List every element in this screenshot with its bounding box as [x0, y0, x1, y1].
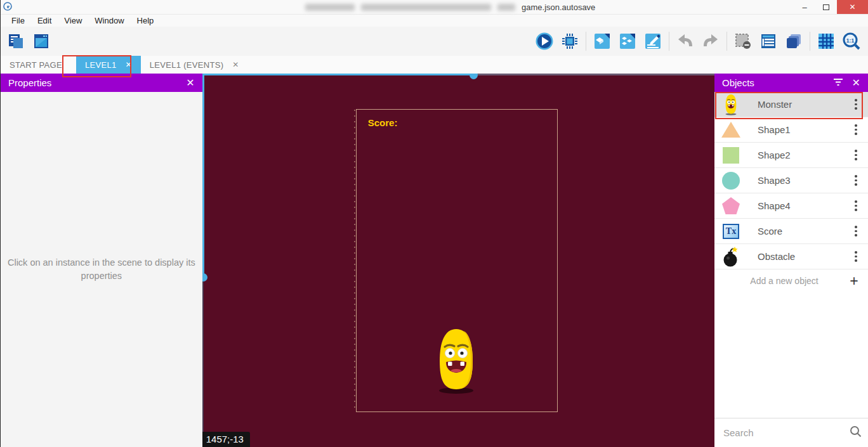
object-menu-kebab-icon[interactable] [844, 226, 868, 236]
object-row-shape2[interactable]: Shape2 [714, 143, 868, 168]
objects-close-icon[interactable]: ✕ [852, 77, 860, 89]
redacted-path-segment [497, 4, 515, 11]
menu-view[interactable]: View [58, 15, 88, 27]
bomb-icon [714, 247, 747, 267]
text-object-icon: Tx [714, 224, 747, 239]
layers-icon[interactable] [784, 32, 803, 51]
object-menu-kebab-icon[interactable] [844, 251, 868, 262]
properties-panel-title: Properties [8, 77, 177, 88]
object-row-score[interactable]: Tx Score [714, 219, 868, 244]
instances-list-icon[interactable] [759, 32, 778, 51]
app-logo-icon [1, 2, 15, 13]
zoom-1-1-icon[interactable]: 1:1 [842, 32, 861, 51]
score-text-object[interactable]: Score: [368, 117, 398, 128]
gdevelop-window: game.json.autosave – ✕ File Edit View Wi… [0, 0, 868, 447]
objects-panel: Objects ✕ Monster Shape1 Shap [714, 74, 868, 447]
scene-resize-handle-left[interactable] [202, 273, 207, 282]
properties-panel: Properties ✕ Click on an instance in the… [1, 74, 202, 447]
restore-button[interactable] [815, 0, 837, 14]
toolbar-divider [727, 32, 727, 51]
object-menu-kebab-icon[interactable] [844, 99, 868, 110]
minimize-button[interactable]: – [794, 0, 815, 14]
objects-panel-spacer [714, 292, 868, 418]
toolbar-divider [586, 32, 586, 51]
title-bar: game.json.autosave – ✕ [1, 0, 868, 14]
add-new-object-button[interactable]: Add a new object + [714, 269, 868, 292]
menu-edit[interactable]: Edit [32, 15, 57, 27]
object-row-obstacle[interactable]: Obstacle [714, 244, 868, 269]
toolbar-divider [810, 32, 810, 51]
objects-search-bar [714, 418, 868, 447]
monster-instance[interactable] [435, 327, 477, 394]
triangle-icon [714, 122, 747, 138]
cursor-coordinates: 1457;-13 [202, 432, 250, 447]
menu-bar: File Edit View Window Help [1, 14, 868, 27]
zoom-ratio-label: 1:1 [846, 37, 855, 44]
object-row-monster[interactable]: Monster [714, 92, 868, 117]
start-page-icon[interactable] [32, 32, 51, 51]
object-menu-kebab-icon[interactable] [844, 175, 868, 186]
tab-level1-events[interactable]: LEVEL1 (EVENTS) ✕ [141, 56, 248, 74]
toolbar: 1:1 [1, 27, 868, 56]
tab-level1-events-close-icon[interactable]: ✕ [232, 60, 239, 69]
menu-window[interactable]: Window [89, 15, 129, 27]
search-input[interactable] [723, 427, 850, 438]
object-menu-kebab-icon[interactable] [844, 200, 868, 211]
debug-icon[interactable] [560, 32, 579, 51]
monster-icon [714, 94, 747, 115]
objects-panel-header: Objects ✕ [714, 74, 868, 92]
scene-left-edge-extension [202, 278, 204, 447]
filter-icon[interactable] [833, 77, 843, 88]
properties-panel-header: Properties ✕ [1, 74, 202, 92]
properties-close-icon[interactable]: ✕ [186, 77, 194, 89]
circle-icon [714, 172, 747, 190]
object-menu-kebab-icon[interactable] [844, 150, 868, 160]
grid-icon[interactable] [817, 32, 836, 51]
object-row-shape1[interactable]: Shape1 [714, 117, 868, 143]
objects-editor-icon[interactable] [593, 32, 612, 51]
deselect-instances-icon[interactable] [733, 32, 753, 51]
menu-help[interactable]: Help [131, 15, 160, 27]
properties-empty-hint: Click on an instance in the scene to dis… [6, 256, 197, 283]
editor-tab-bar: START PAGE LEVEL1 ✕ LEVEL1 (EVENTS) ✕ [1, 56, 868, 74]
square-icon [714, 147, 747, 164]
object-groups-icon[interactable] [618, 32, 637, 51]
plus-icon: + [840, 273, 868, 290]
scene-top-edge [202, 74, 474, 75]
undo-icon[interactable] [676, 32, 695, 51]
scene-canvas[interactable]: Score: 145 [202, 74, 714, 447]
tab-start-page[interactable]: START PAGE [1, 56, 71, 74]
toolbar-divider [669, 32, 669, 51]
scene-top-edge-extension [474, 74, 714, 75]
redacted-path-segment [361, 4, 491, 11]
pentagon-icon [714, 197, 747, 215]
object-row-shape4[interactable]: Shape4 [714, 193, 868, 219]
scene-resize-handle-top[interactable] [470, 74, 478, 79]
scene-properties-icon[interactable] [643, 32, 662, 51]
window-title-filename: game.json.autosave [522, 3, 595, 12]
object-row-shape3[interactable]: Shape3 [714, 168, 868, 193]
object-menu-kebab-icon[interactable] [844, 124, 868, 135]
menu-file[interactable]: File [6, 15, 30, 27]
scene-left-edge [202, 74, 204, 278]
close-button[interactable]: ✕ [837, 0, 868, 14]
window-title: game.json.autosave [305, 0, 595, 14]
project-manager-icon[interactable] [6, 32, 25, 51]
play-icon[interactable] [535, 32, 554, 51]
objects-panel-title: Objects [722, 77, 833, 88]
search-icon[interactable] [850, 425, 862, 440]
restore-icon [823, 4, 829, 10]
redacted-path-segment [305, 4, 355, 11]
tab-level1[interactable]: LEVEL1 ✕ [76, 56, 141, 74]
tab-level1-close-icon[interactable]: ✕ [125, 60, 131, 69]
redo-icon[interactable] [701, 32, 720, 51]
properties-panel-body: Click on an instance in the scene to dis… [1, 92, 202, 447]
